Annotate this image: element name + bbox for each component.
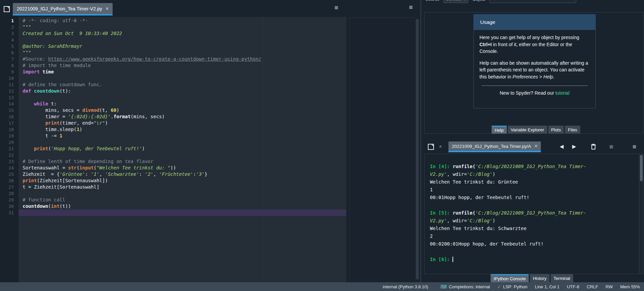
- code-line[interactable]: 26print(Ziehzeit[Sortenauswahl]): [0, 177, 346, 184]
- console-client-tab-title: 20221009_IGJ_Python_Tea Timer.py/A: [452, 144, 531, 149]
- tab-plots[interactable]: Plots: [548, 126, 564, 134]
- code-line[interactable]: 8# import the time module: [0, 62, 346, 69]
- code-text: print(Ziehzeit[Sortenauswahl]): [19, 177, 108, 184]
- code-line[interactable]: 28: [0, 190, 346, 197]
- console-client-tab[interactable]: 20221009_IGJ_Python_Tea Timer.py/A ×: [448, 141, 541, 152]
- code-area[interactable]: 1# -*- coding: utf-8 -*-2"""3Created on …: [0, 18, 346, 216]
- code-text: # Define lenth of time depending on tea …: [19, 158, 153, 165]
- console-line: 1: [430, 186, 586, 194]
- code-text: """: [19, 50, 31, 56]
- code-line[interactable]: 24Sortenauswahl = str(input("Welchen Tee…: [0, 165, 346, 171]
- object-combobox[interactable]: [489, 0, 576, 3]
- console-scrollbar[interactable]: [639, 154, 643, 274]
- code-line[interactable]: 19 t -= 1: [0, 133, 346, 139]
- browse-back-icon[interactable]: ◀: [560, 144, 564, 149]
- code-line[interactable]: 13: [0, 94, 346, 101]
- status-text: Completions: internal: [449, 284, 490, 289]
- remove-console-icon[interactable]: [591, 143, 596, 150]
- line-number: 19: [0, 133, 19, 139]
- console-options-menu-icon[interactable]: ≡: [633, 143, 636, 150]
- code-line[interactable]: 30countdown(int(t)): [0, 203, 346, 209]
- tab-terminal[interactable]: Terminal: [551, 274, 573, 282]
- code-line[interactable]: 9import time: [0, 69, 346, 75]
- scrollbar-thumb[interactable]: [640, 155, 643, 181]
- ipython-console[interactable]: In [4]: runfile('C:/Blog/20221009_IGJ_Py…: [424, 154, 643, 274]
- code-line[interactable]: 20: [0, 139, 346, 146]
- code-line[interactable]: 1# -*- coding: utf-8 -*-: [0, 18, 346, 24]
- code-line[interactable]: 18 time.sleep(1): [0, 126, 346, 133]
- line-number: 21: [0, 146, 19, 152]
- code-text: Ziehzeit = {'Grüntee': '1', 'Schwarztee'…: [19, 171, 207, 177]
- code-text: #Source: https://www.geeksforgeeks.org/h…: [19, 56, 261, 62]
- code-line[interactable]: 25Ziehzeit = {'Grüntee': '1', 'Schwarzte…: [0, 171, 346, 177]
- console-line: Welchen Tee trinkst du: Schwarztee: [430, 225, 586, 232]
- console-pane-icon[interactable]: [427, 143, 435, 151]
- collapsed-pane-body: [349, 18, 415, 282]
- code-line[interactable]: 5@author: SarahEhrmayr: [0, 43, 346, 50]
- lsp-status[interactable]: ✓LSP: Python: [497, 284, 527, 289]
- line-number: 7: [0, 56, 19, 62]
- code-line[interactable]: 16 timer = '{:02d}:{:02d}'.format(mins, …: [0, 114, 346, 120]
- console-line: Welchen Tee trinkst du: Grüntee: [430, 178, 586, 186]
- help-pane-tabs: HelpVariable ExplorerPlotsFiles: [492, 126, 580, 134]
- line-number: 14: [0, 101, 19, 107]
- line-number: 31: [0, 209, 19, 216]
- cursor-position[interactable]: Line 1, Col 1: [535, 284, 559, 289]
- close-icon[interactable]: ×: [534, 143, 537, 149]
- encoding-status[interactable]: UTF-8: [567, 284, 579, 289]
- close-icon[interactable]: ×: [439, 144, 442, 149]
- code-editor[interactable]: 1# -*- coding: utf-8 -*-2"""3Created on …: [0, 17, 346, 282]
- tab-ipython-console[interactable]: IPython Console: [491, 274, 529, 282]
- code-text: # define the countdown func.: [19, 82, 102, 88]
- editor-file-tab[interactable]: 20221009_IGJ_Python_Tea Timer-V2.py ×: [13, 3, 113, 15]
- stop-icon[interactable]: [610, 145, 613, 149]
- chevron-down-icon: ▾: [464, 0, 466, 2]
- interpreter-status[interactable]: internal (Python 3.8.10): [383, 284, 428, 289]
- code-line[interactable]: 4: [0, 37, 346, 43]
- source-select[interactable]: Console ▾: [443, 0, 468, 3]
- editor-options-menu-icon[interactable]: ≡: [334, 4, 338, 11]
- code-line[interactable]: 29# function call: [0, 197, 346, 203]
- code-line[interactable]: 12def countdown(t):: [0, 88, 346, 94]
- help-pane: Usage Here you can get help of any objec…: [424, 12, 643, 134]
- code-line[interactable]: 23# Define lenth of time depending on te…: [0, 158, 346, 165]
- code-line[interactable]: 3Created on Sun Oct 9 10:33:40 2022: [0, 30, 346, 37]
- tab-variable-explorer[interactable]: Variable Explorer: [508, 126, 547, 134]
- code-line[interactable]: 14 while t:: [0, 101, 346, 107]
- pane-options-menu-icon[interactable]: ≡: [409, 4, 413, 10]
- code-line[interactable]: 15 mins, secs = divmod(t, 60): [0, 107, 346, 114]
- code-text: timer = '{:02d}:{:02d}'.format(mins, sec…: [19, 114, 165, 120]
- vertical-splitter[interactable]: [420, 0, 421, 282]
- editor-files-icon[interactable]: [3, 5, 10, 13]
- code-line[interactable]: 10: [0, 75, 346, 82]
- completions-status[interactable]: ⌨Completions: internal: [440, 284, 490, 289]
- code-line[interactable]: 22: [0, 152, 346, 158]
- eol-status[interactable]: CRLF: [587, 284, 598, 289]
- code-line[interactable]: 7#Source: https://www.geeksforgeeks.org/…: [0, 56, 346, 62]
- usage-footer: New to Spyder? Read our tutorial: [479, 90, 590, 97]
- code-line[interactable]: 21 print('Hopp hopp, der Teebeutel ruft!…: [0, 146, 346, 152]
- line-number: 12: [0, 88, 19, 94]
- close-icon[interactable]: ×: [106, 6, 109, 11]
- pane-scrollbar[interactable]: [416, 19, 419, 280]
- code-line[interactable]: 2""": [0, 24, 346, 30]
- tab-help[interactable]: Help: [492, 126, 507, 134]
- browse-forward-icon[interactable]: ▶: [572, 144, 576, 149]
- code-line[interactable]: 27t = Ziehzeit[Sortenauswahl]: [0, 184, 346, 190]
- memory-status[interactable]: Mem 55%: [620, 284, 640, 289]
- usage-paragraph-1: Here you can get help of any object by p…: [479, 34, 590, 55]
- line-number: 9: [0, 69, 19, 75]
- code-line[interactable]: 17 print(timer, end="\r"): [0, 120, 346, 126]
- tab-history[interactable]: History: [530, 274, 549, 282]
- line-number: 4: [0, 37, 19, 43]
- object-label: Object: [472, 0, 485, 2]
- console-output[interactable]: In [4]: runfile('C:/Blog/20221009_IGJ_Py…: [430, 163, 586, 263]
- current-line-highlight[interactable]: 31: [0, 209, 346, 216]
- tab-files[interactable]: Files: [565, 126, 580, 134]
- readwrite-status[interactable]: RW: [606, 284, 613, 289]
- code-line[interactable]: 6""": [0, 50, 346, 56]
- line-number: 25: [0, 171, 19, 177]
- status-text: UTF-8: [567, 284, 579, 289]
- code-line[interactable]: 11# define the countdown func.: [0, 82, 346, 88]
- console-line: 2: [430, 232, 586, 240]
